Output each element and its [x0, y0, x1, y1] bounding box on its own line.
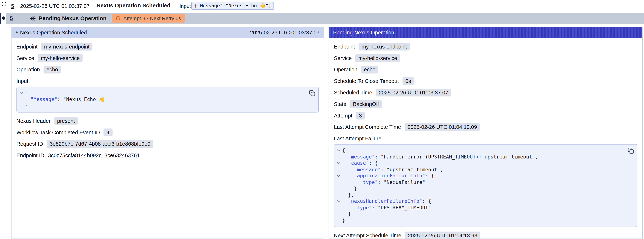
event-title: Nexus Operation Scheduled: [96, 2, 170, 8]
code-text: "message": "upstream timeout",: [342, 166, 443, 173]
field-label: Workflow Task Completed Event ID: [16, 129, 100, 136]
field-row: Last Attempt Complete Time2025-02-26 UTC…: [334, 123, 638, 131]
field-value-chip: echo: [44, 66, 61, 74]
field-label: Endpoint ID: [16, 152, 44, 158]
field-row: Workflow Task Completed Event ID4: [16, 128, 319, 136]
collapse-chevron-icon[interactable]: [335, 147, 342, 154]
field-row: Endpointmy-nexus-endpoint: [334, 43, 638, 50]
code-line: {: [335, 147, 626, 154]
collapse-chevron-icon: [335, 186, 342, 192]
field-label: Attempt: [334, 112, 352, 119]
collapse-chevron-icon[interactable]: [18, 90, 24, 96]
code-text: {: [342, 147, 345, 154]
field-value-chip: echo: [361, 66, 378, 74]
field-value-chip: 2025-02-26 UTC 01:03:37.07: [376, 89, 451, 96]
field-label: Operation: [334, 66, 357, 73]
code-text: "applicationFailureInfo": {: [342, 173, 434, 179]
field-row: Scheduled Time2025-02-26 UTC 01:03:37.07: [334, 89, 638, 96]
code-block: { "message": "handler error (UPSTREAM_TI…: [334, 144, 638, 227]
field-row: StateBackingOff: [334, 100, 638, 108]
code-text: {: [25, 90, 28, 96]
code-line: "nexusHandlerFailureInfo": {: [335, 198, 626, 205]
input-preview-chip: {"Message":"Nexus Echo 👋"}: [192, 2, 274, 10]
panel-timestamp: 2025-02-26 UTC 01:03:37.07: [250, 30, 320, 36]
code-line: "cause": {: [335, 160, 626, 166]
copy-button[interactable]: [627, 147, 634, 154]
in-progress-asterisk-icon: [30, 15, 36, 21]
field-value-chip: 2025-02-26 UTC 01:04:10.09: [405, 123, 480, 131]
field-label: Service: [334, 55, 352, 61]
code-line: "type": "UPSTREAM_TIMEOUT": [335, 204, 626, 211]
collapse-chevron-icon[interactable]: [335, 173, 342, 179]
timeline-connector: [4, 7, 4, 24]
timeline-node-icon: [2, 2, 6, 6]
code-text: "type": "NexusFailure": [342, 179, 425, 186]
code-line: "message": "handler error (UPSTREAM_TIME…: [335, 154, 626, 160]
collapse-chevron-icon: [335, 204, 342, 211]
field-row: Endpointmy-nexus-endpoint: [16, 43, 319, 50]
field-row: Schedule To Close Timeout0s: [334, 77, 638, 85]
pending-event-id-link[interactable]: 5: [10, 15, 13, 22]
field-value-chip: 2025-02-26 UTC 01:04:13.93: [405, 232, 480, 239]
field-value-chip: 3e829b7e-7d67-4b08-aad3-b1e868bfe9e0: [47, 140, 153, 148]
code-text: }: [342, 211, 351, 218]
pending-operation-panel-body: Endpointmy-nexus-endpointServicemy-hello…: [329, 38, 642, 239]
input-label: Input: [180, 3, 191, 9]
field-label: Last Attempt Failure: [334, 136, 638, 142]
collapse-chevron-icon[interactable]: [335, 160, 342, 166]
pending-operation-title: Pending Nexus Operation: [39, 15, 106, 22]
field-row: Endpoint ID3c0c75ccfa8144b092c13ce632463…: [16, 151, 319, 159]
field-row: Servicemy-hello-service: [16, 54, 319, 62]
field-label: Operation: [16, 66, 40, 73]
scheduled-event-panel-header: 5 Nexus Operation Scheduled 2025-02-26 U…: [12, 27, 324, 38]
field-row: Request ID3e829b7e-7d67-4b08-aad3-b1e868…: [16, 140, 319, 148]
code-line: "Message": "Nexus Echo 👋": [18, 96, 308, 103]
field-row: Next Attempt Schedule Time2025-02-26 UTC…: [334, 232, 638, 239]
pending-operation-panel: Pending Nexus Operation Endpointmy-nexus…: [328, 27, 643, 239]
field-value-chip: my-nexus-endpoint: [41, 43, 92, 50]
field-label: Next Attempt Schedule Time: [334, 232, 401, 239]
pending-focus-bar: [0, 13, 1, 24]
field-value-link[interactable]: 3c0c75ccfa8144b092c13ce632463761: [48, 152, 140, 158]
code-text: "message": "handler error (UPSTREAM_TIME…: [342, 154, 538, 160]
field-value-chip: my-hello-service: [356, 54, 400, 62]
field-label: Endpoint: [16, 44, 38, 50]
field-row: Operationecho: [334, 66, 638, 74]
detail-panels: 5 Nexus Operation Scheduled 2025-02-26 U…: [11, 27, 643, 239]
field-label: State: [334, 101, 346, 107]
code-block: { "Message": "Nexus Echo 👋"}: [16, 86, 319, 112]
field-value-chip: my-nexus-endpoint: [358, 43, 410, 50]
code-text: "nexusHandlerFailureInfo": {: [342, 198, 431, 205]
retry-badge-label: Attempt 3 • Next Retry 0s: [124, 15, 181, 21]
field-row: Attempt3: [334, 112, 638, 120]
event-timestamp: 2025-02-26 UTC 01:03:37.07: [20, 3, 90, 9]
code-line: }: [335, 218, 626, 224]
code-text: }: [342, 186, 357, 192]
pending-operation-row[interactable]: 5 Pending Nexus Operation Attempt 3 • Ne…: [6, 13, 644, 24]
collapse-chevron-icon: [335, 179, 342, 186]
event-row-scheduled[interactable]: 5 2025-02-26 UTC 01:03:37.07 Nexus Opera…: [0, 0, 644, 12]
field-value-chip: 4: [104, 128, 112, 136]
field-label: Scheduled Time: [334, 90, 372, 96]
code-text: }: [342, 218, 345, 224]
field-label: Nexus Header: [16, 118, 50, 124]
field-row: Operationecho: [16, 66, 319, 74]
copy-button[interactable]: [308, 90, 316, 96]
collapse-chevron-icon[interactable]: [335, 198, 342, 205]
timeline-dot-icon: [2, 16, 5, 20]
field-row: Nexus Headerpresent: [16, 117, 319, 124]
collapse-chevron-icon: [18, 96, 24, 103]
field-label: Service: [16, 55, 34, 61]
scheduled-event-panel-body: Endpointmy-nexus-endpointServicemy-hello…: [12, 38, 324, 168]
field-value-chip: present: [54, 117, 78, 124]
field-row: Servicemy-hello-service: [334, 54, 638, 62]
field-label: Last Attempt Complete Time: [334, 124, 401, 130]
field-label: Input: [16, 78, 319, 84]
code-line: }: [335, 186, 626, 192]
collapse-chevron-icon: [335, 211, 342, 218]
field-label: Schedule To Close Timeout: [334, 78, 399, 84]
field-value-chip: my-hello-service: [38, 54, 82, 62]
scheduled-event-panel: 5 Nexus Operation Scheduled 2025-02-26 U…: [11, 27, 324, 239]
event-id-link[interactable]: 5: [11, 3, 14, 9]
code-line: "message": "upstream timeout",: [335, 166, 626, 173]
